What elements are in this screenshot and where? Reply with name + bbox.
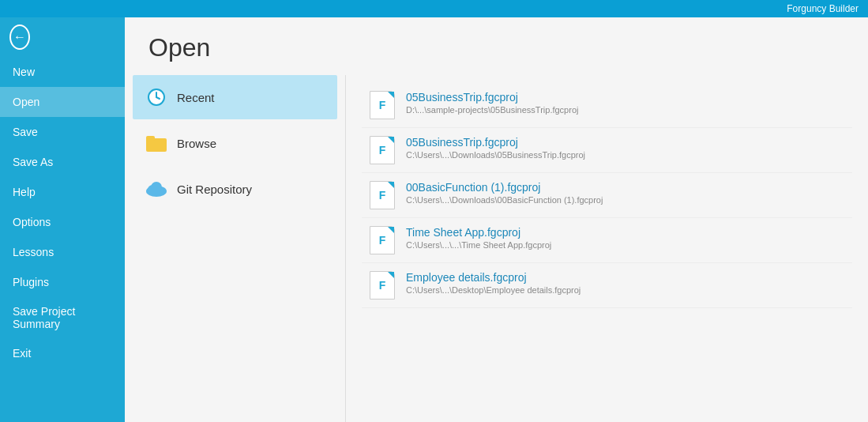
file-info-2: 00BasicFunction (1).fgcproj C:\Users\...…: [406, 181, 846, 205]
clock-icon: [145, 86, 167, 108]
panel-item-git-repository[interactable]: Git Repository: [133, 167, 337, 211]
sidebar-item-lessons[interactable]: Lessons: [0, 237, 125, 267]
sidebar-item-options[interactable]: Options: [0, 207, 125, 237]
file-path-1: C:\Users\...\Downloads\05BusinessTrip.fg…: [406, 150, 846, 160]
panel-item-git-label: Git Repository: [177, 183, 252, 196]
file-name-1: 05BusinessTrip.fgcproj: [406, 136, 846, 149]
page-title: Open: [148, 33, 844, 62]
panel-item-browse[interactable]: Browse: [133, 121, 337, 165]
fgcproj-icon-3: F: [370, 226, 395, 254]
cloud-icon: [145, 178, 167, 200]
sidebar-item-open[interactable]: Open: [0, 87, 125, 117]
file-name-2: 00BasicFunction (1).fgcproj: [406, 181, 846, 194]
top-bar: Forguncy Builder: [0, 0, 868, 17]
folder-icon: [145, 132, 167, 154]
file-icon-0: F: [368, 91, 396, 119]
sidebar: ← New Open Save Save As Help Options Les…: [0, 17, 125, 422]
svg-point-8: [151, 182, 162, 193]
file-path-0: D:\...\sample-projects\05BusinessTrip.fg…: [406, 105, 846, 115]
file-name-0: 05BusinessTrip.fgcproj: [406, 91, 846, 104]
file-item-1[interactable]: F 05BusinessTrip.fgcproj C:\Users\...\Do…: [362, 128, 852, 173]
file-icon-1: F: [368, 136, 396, 164]
fgcproj-icon-0: F: [370, 91, 395, 119]
file-item-3[interactable]: F Time Sheet App.fgcproj C:\Users\...\..…: [362, 218, 852, 263]
file-icon-4: F: [368, 271, 396, 300]
sidebar-item-save-as[interactable]: Save As: [0, 147, 125, 177]
main-layout: ← New Open Save Save As Help Options Les…: [0, 17, 868, 422]
file-info-1: 05BusinessTrip.fgcproj C:\Users\...\Down…: [406, 136, 846, 160]
fgcproj-icon-2: F: [370, 181, 395, 209]
svg-rect-4: [146, 136, 155, 141]
panel-item-browse-label: Browse: [177, 137, 216, 150]
panel-item-recent-label: Recent: [177, 91, 215, 104]
file-path-3: C:\Users\...\...\Time Sheet App.fgcproj: [406, 240, 846, 250]
content-body: Recent Browse: [125, 75, 868, 422]
sidebar-item-exit[interactable]: Exit: [0, 338, 125, 368]
fgcproj-icon-1: F: [370, 136, 395, 164]
back-button[interactable]: ←: [0, 17, 39, 57]
file-info-4: Employee details.fgcproj C:\Users\...\De…: [406, 271, 846, 295]
sidebar-nav: New Open Save Save As Help Options Lesso…: [0, 57, 125, 422]
file-item-0[interactable]: F 05BusinessTrip.fgcproj D:\...\sample-p…: [362, 83, 852, 128]
sidebar-item-plugins[interactable]: Plugins: [0, 267, 125, 297]
file-info-3: Time Sheet App.fgcproj C:\Users\...\...\…: [406, 226, 846, 250]
sidebar-item-save-project-summary[interactable]: Save Project Summary: [0, 297, 125, 338]
left-panel: Recent Browse: [125, 75, 346, 422]
fgcproj-icon-4: F: [370, 271, 395, 300]
file-path-2: C:\Users\...\Downloads\00BasicFunction (…: [406, 195, 846, 205]
sidebar-item-help[interactable]: Help: [0, 177, 125, 207]
file-name-4: Employee details.fgcproj: [406, 271, 846, 284]
file-path-4: C:\Users\...\Desktop\Employee details.fg…: [406, 285, 846, 295]
app-title: Forguncy Builder: [787, 3, 859, 14]
back-icon: ←: [9, 24, 30, 50]
file-info-0: 05BusinessTrip.fgcproj D:\...\sample-pro…: [406, 91, 846, 115]
panel-item-recent[interactable]: Recent: [133, 75, 337, 119]
content-area: Open Recent: [125, 17, 868, 422]
file-item-4[interactable]: F Employee details.fgcproj C:\Users\...\…: [362, 263, 852, 308]
file-icon-3: F: [368, 226, 396, 254]
file-item-2[interactable]: F 00BasicFunction (1).fgcproj C:\Users\.…: [362, 173, 852, 218]
file-list: F 05BusinessTrip.fgcproj D:\...\sample-p…: [346, 75, 868, 422]
sidebar-item-save[interactable]: Save: [0, 117, 125, 147]
file-name-3: Time Sheet App.fgcproj: [406, 226, 846, 239]
sidebar-item-new[interactable]: New: [0, 57, 125, 87]
file-icon-2: F: [368, 181, 396, 209]
page-title-bar: Open: [125, 17, 868, 75]
